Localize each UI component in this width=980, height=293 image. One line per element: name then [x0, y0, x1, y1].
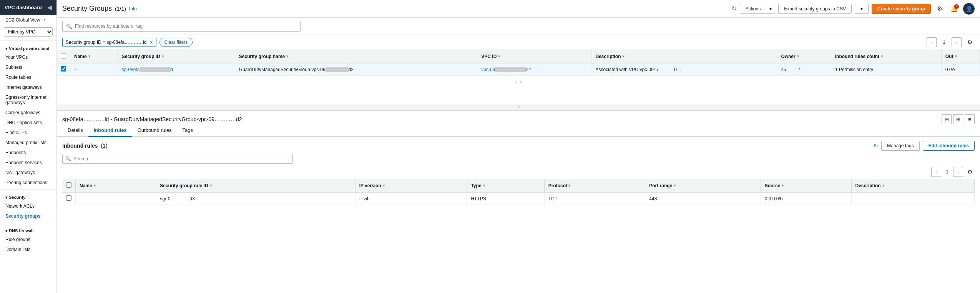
sidebar-item-rule-groups[interactable]: Rule groups	[0, 235, 56, 245]
sidebar-item-elastic-ips[interactable]: Elastic IPs	[0, 128, 56, 138]
inbound-search-input[interactable]	[62, 154, 293, 164]
tab-details[interactable]: Details	[62, 124, 88, 137]
external-link-icon: ↗	[43, 18, 46, 22]
detail-view-split-icon[interactable]: ⊟	[942, 114, 952, 124]
col-vpc-id[interactable]: VPC ID▾	[481, 54, 587, 59]
sidebar-item-network-acls[interactable]: Network ACLs	[0, 201, 56, 211]
inbound-col-source[interactable]: Source▾	[765, 183, 847, 188]
detail-view-grid-icon[interactable]: ⊞	[953, 114, 963, 124]
actions-button[interactable]: Actions	[740, 4, 766, 14]
col-sg-id[interactable]: Security group ID▾	[122, 54, 231, 59]
inbound-sort-icon: ▾	[881, 54, 883, 58]
sidebar-item-carrier-gateways[interactable]: Carrier gateways	[0, 108, 56, 118]
sidebar-item-domain-lists[interactable]: Domain lists	[0, 245, 56, 255]
clear-filters-button[interactable]: Clear filters	[159, 38, 193, 47]
sidebar-item-your-vpcs[interactable]: Your VPCs	[0, 52, 56, 62]
vpc-filter-select[interactable]: Filter by VPC	[4, 27, 53, 37]
inbound-col-description[interactable]: Description▾	[855, 183, 970, 188]
refresh-icon[interactable]: ↻	[732, 5, 737, 12]
vpcid-sort-icon: ▾	[498, 54, 500, 58]
col-owner[interactable]: Owner▾	[781, 54, 827, 59]
inbound-col-protocol[interactable]: Protocol▾	[548, 183, 641, 188]
manage-tags-button[interactable]: Manage tags	[881, 141, 919, 151]
inbound-pagination: ‹ 1 › ⚙	[62, 167, 975, 177]
sidebar-item-endpoints[interactable]: Endpoints	[0, 148, 56, 158]
resize-handle[interactable]: ⠿	[57, 104, 980, 110]
inbound-cell-protocol: TCP	[544, 192, 645, 205]
sgname-sort-icon: ▾	[286, 54, 288, 58]
sidebar-item-route-tables[interactable]: Route tables	[0, 72, 56, 82]
section-dns-firewall[interactable]: ▾ DNS firewall	[0, 225, 56, 235]
tab-tags[interactable]: Tags	[177, 124, 198, 137]
detail-view-list-icon[interactable]: ≡	[965, 114, 975, 124]
inbound-col-name[interactable]: Name▾	[80, 183, 152, 188]
inbound-col-port-range[interactable]: Port range▾	[649, 183, 756, 188]
tab-outbound-rules[interactable]: Outbound rules	[132, 124, 177, 137]
inbound-row-checkbox[interactable]	[66, 195, 71, 201]
col-name[interactable]: Name▾	[74, 54, 114, 59]
prev-page-btn[interactable]: ‹	[927, 37, 937, 47]
sidebar-item-endpoint-services[interactable]: Endpoint services	[0, 158, 56, 168]
next-page-btn[interactable]: ›	[952, 37, 962, 47]
sidebar-item-managed-prefix-lists[interactable]: Managed prefix lists	[0, 138, 56, 148]
detail-tabs: Details Inbound rules Outbound rules Tag…	[57, 124, 980, 137]
cell-out: 0 Pe	[941, 63, 980, 76]
col-sg-name[interactable]: Security group name▾	[239, 54, 473, 59]
sidebar-item-subnets[interactable]: Subnets	[0, 62, 56, 72]
inbound-rules-table: Name▾ Security group rule ID▾ IP version…	[62, 179, 975, 205]
edit-inbound-rules-button[interactable]: Edit inbound rules	[923, 141, 975, 151]
inbound-prev-page-btn[interactable]: ‹	[931, 167, 941, 177]
table-row[interactable]: – sg-08efa…………d GuardDutyManagedSecurity…	[57, 63, 980, 76]
inbound-search-icon: 🔍	[65, 156, 71, 161]
col-inbound-count[interactable]: Inbound rules count▾	[835, 54, 937, 59]
page-number: 1	[940, 38, 948, 47]
inbound-col-rule-id[interactable]: Security group rule ID▾	[160, 183, 351, 188]
export-button[interactable]: Export security groups to CSV	[778, 4, 852, 14]
settings-icon[interactable]: ⚙	[934, 3, 945, 15]
inbound-proto-sort-icon: ▾	[568, 183, 570, 188]
filter-tag-close-icon[interactable]: ×	[149, 39, 153, 45]
inbound-search-wrap: 🔍	[62, 154, 975, 164]
scroll-left-indicator[interactable]: ‹ ›	[57, 76, 980, 87]
section-security[interactable]: ▾ Security	[0, 191, 56, 201]
section-vpc[interactable]: ▾ Virtual private cloud	[0, 42, 56, 52]
export-arrow-button[interactable]: ▾	[855, 4, 869, 14]
inbound-table-settings-icon[interactable]: ⚙	[965, 167, 975, 177]
search-input[interactable]	[62, 21, 301, 32]
inbound-cell-ip-version: IPv4	[355, 192, 467, 205]
inbound-col-ip-version[interactable]: IP version▾	[359, 183, 463, 188]
sidebar-collapse-icon[interactable]: ◀	[47, 4, 52, 11]
create-security-group-button[interactable]: Create security group	[872, 4, 931, 14]
sidebar-item-ec2-global-view[interactable]: EC2 Global View ↗	[0, 15, 56, 25]
actions-btn-group: Actions ▾	[740, 4, 775, 14]
sidebar-item-internet-gateways[interactable]: Internet gateways	[0, 82, 56, 92]
sidebar-item-nat-gateways[interactable]: NAT gateways	[0, 168, 56, 178]
inbound-refresh-icon[interactable]: ↻	[874, 143, 878, 149]
col-out[interactable]: Out▾	[945, 54, 976, 59]
sg-id-link[interactable]: sg-08efa…………d	[122, 67, 173, 72]
sidebar-item-egress-gateways[interactable]: Egress-only internet gateways	[0, 92, 56, 108]
inbound-col-type[interactable]: Type▾	[471, 183, 540, 188]
tab-inbound-rules[interactable]: Inbound rules	[88, 124, 132, 137]
row-checkbox[interactable]	[61, 66, 66, 72]
inbound-next-page-btn[interactable]: ›	[953, 167, 963, 177]
sidebar: VPC dashboard ◀ EC2 Global View ↗ Filter…	[0, 0, 57, 293]
notifications-icon[interactable]: 🔔 1	[948, 3, 960, 15]
info-link[interactable]: Info	[129, 6, 137, 12]
user-avatar[interactable]: 👤	[963, 3, 975, 15]
vpc-id-link[interactable]: vpc-09…………d2	[481, 67, 531, 72]
inbound-cell-type: HTTPS	[467, 192, 544, 205]
sidebar-item-dhcp-option-sets[interactable]: DHCP option sets	[0, 118, 56, 128]
sidebar-filter[interactable]: Filter by VPC	[0, 25, 56, 39]
inbound-select-all-checkbox[interactable]	[66, 182, 71, 188]
cell-sg-id: sg-08efa…………d	[118, 63, 235, 76]
inbound-table-row[interactable]: – sgr-0d3 IPv4 HTTPS TCP 443 0.0.0.0/0 –	[62, 192, 975, 205]
select-all-checkbox[interactable]	[61, 53, 66, 58]
inbound-name-sort-icon: ▾	[94, 183, 96, 188]
sidebar-item-security-groups[interactable]: Security groups	[0, 211, 56, 221]
ec2-global-view-label: EC2 Global View	[5, 17, 40, 23]
sidebar-item-peering-connections[interactable]: Peering connections	[0, 178, 56, 188]
col-description[interactable]: Description▾	[595, 54, 773, 59]
table-settings-icon[interactable]: ⚙	[965, 37, 975, 47]
actions-dropdown-arrow[interactable]: ▾	[766, 4, 775, 14]
